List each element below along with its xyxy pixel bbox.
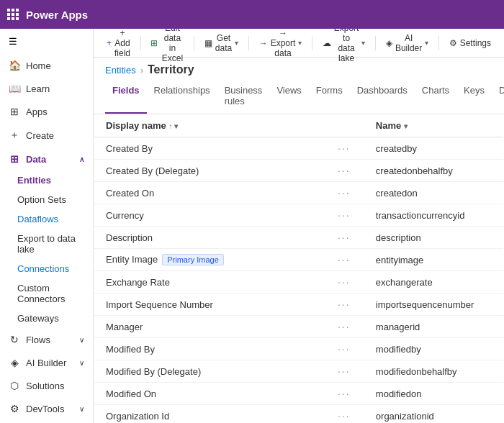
row-actions[interactable]: ··· <box>324 316 364 338</box>
field-name: exchangerate <box>364 271 503 294</box>
svg-rect-3 <box>7 13 10 16</box>
sidebar-label-devtools: DevTools <box>26 404 64 414</box>
col-display-name[interactable]: Display name ↑ ▾ <box>94 114 324 137</box>
svg-rect-7 <box>12 17 14 20</box>
sidebar-item-data[interactable]: ⊞ Data ∧ <box>0 147 93 170</box>
table-row: Created On···createdon <box>94 182 503 204</box>
row-actions[interactable]: ··· <box>324 271 364 294</box>
sidebar-item-solutions[interactable]: ⬡ Solutions <box>0 374 93 397</box>
solutions-icon: ⬡ <box>9 380 20 391</box>
add-field-button[interactable]: + + Add field <box>101 29 136 61</box>
sidebar-sub-option-sets[interactable]: Option Sets <box>0 190 93 209</box>
name-header: Name <box>376 120 401 131</box>
field-display-name: Modified By <box>94 338 324 360</box>
svg-rect-2 <box>16 9 19 12</box>
get-data-label: Get data <box>215 33 232 53</box>
toolbar: + + Add field ⊞ Edit data in Excel ▦ Get… <box>94 29 504 58</box>
add-icon: + <box>107 38 112 48</box>
row-actions[interactable]: ··· <box>324 227 364 249</box>
table-row: Created By (Delegate)···createdonbehalfb… <box>94 160 503 182</box>
field-display-name: Created By (Delegate) <box>94 160 324 182</box>
tab-views[interactable]: Views <box>269 79 308 114</box>
svg-rect-8 <box>16 17 19 20</box>
table-row: Description···description <box>94 227 503 249</box>
sidebar-item-devtools[interactable]: ⚙ DevTools ∨ <box>0 397 93 420</box>
row-actions[interactable]: ··· <box>324 137 364 160</box>
table-row: Entity ImagePrimary Image···entityimage <box>94 249 503 271</box>
sidebar-item-home[interactable]: 🏠 Home <box>0 54 93 77</box>
field-name: modifiedonbehalfby <box>364 360 503 383</box>
sidebar-sub-custom-connectors[interactable]: Custom Connectors <box>0 278 93 309</box>
sidebar-sub-entities[interactable]: Entities <box>0 170 93 190</box>
row-actions[interactable]: ··· <box>324 405 364 424</box>
field-name: modifiedby <box>364 338 503 360</box>
row-actions[interactable]: ··· <box>324 249 364 271</box>
get-data-button[interactable]: ▦ Get data ▾ <box>199 30 244 56</box>
svg-rect-0 <box>7 9 10 12</box>
sidebar-label-solutions: Solutions <box>26 381 64 391</box>
export-data-button[interactable]: → → Export data ▾ <box>253 29 308 61</box>
export-data-icon: → <box>259 38 268 48</box>
table-row: Import Sequence Number···importsequencen… <box>94 294 503 316</box>
row-actions[interactable]: ··· <box>324 182 364 204</box>
chevron-up-icon: ∧ <box>79 155 84 163</box>
app-title: Power Apps <box>26 9 88 21</box>
row-actions[interactable]: ··· <box>324 383 364 405</box>
ai-builder-label: AI Builder <box>395 33 422 53</box>
flows-icon: ↻ <box>9 334 20 345</box>
field-name: organizationid <box>364 405 503 424</box>
sidebar-item-ai-builder[interactable]: ◈ AI Builder ∨ <box>0 351 93 374</box>
sidebar-item-flows[interactable]: ↻ Flows ∨ <box>0 328 93 351</box>
top-bar: Power Apps <box>0 0 504 29</box>
col-name[interactable]: Name ▾ <box>364 114 503 137</box>
field-name: createdon <box>364 182 503 204</box>
field-name: managerid <box>364 316 503 338</box>
tab-forms[interactable]: Forms <box>309 79 350 114</box>
row-actions[interactable]: ··· <box>324 360 364 383</box>
tab-keys[interactable]: Keys <box>456 79 492 114</box>
table-row: Organization Id···organizationid <box>94 405 503 424</box>
row-actions[interactable]: ··· <box>324 160 364 182</box>
table-row: Modified On···modifiedon <box>94 383 503 405</box>
row-actions[interactable]: ··· <box>324 204 364 227</box>
tab-charts[interactable]: Charts <box>415 79 456 114</box>
page-header: Entities › Territory <box>94 58 504 79</box>
row-actions[interactable]: ··· <box>324 294 364 316</box>
tab-data[interactable]: Data <box>492 79 504 114</box>
ai-builder-toolbar-icon: ◈ <box>386 38 392 48</box>
settings-label: Settings <box>460 38 491 48</box>
sidebar-sub-gateways[interactable]: Gateways <box>0 309 93 328</box>
hamburger-icon[interactable]: ☰ <box>0 29 93 54</box>
tab-dashboards[interactable]: Dashboards <box>350 79 415 114</box>
sort-icon: ↑ ▾ <box>168 122 178 130</box>
create-icon: ＋ <box>9 129 20 142</box>
sidebar-sub-dataflows[interactable]: Dataflows <box>0 209 93 229</box>
sidebar-item-apps[interactable]: ⊞ Apps <box>0 100 93 123</box>
field-name: createdonbehalfby <box>364 160 503 182</box>
settings-button[interactable]: ⚙ Settings <box>444 35 497 51</box>
tab-relationships[interactable]: Relationships <box>147 79 217 114</box>
svg-rect-6 <box>7 17 10 20</box>
ai-builder-dropdown-icon: ▾ <box>425 39 428 47</box>
ai-builder-button[interactable]: ◈ AI Builder ▾ <box>380 30 434 56</box>
sidebar: ☰ 🏠 Home 📖 Learn ⊞ Apps ＋ Create ⊞ Data … <box>0 29 94 423</box>
tab-fields[interactable]: Fields <box>105 79 147 114</box>
col-actions <box>324 114 364 137</box>
sidebar-sub-connections[interactable]: Connections <box>0 259 93 278</box>
chevron-down-flows-icon: ∨ <box>79 336 84 344</box>
field-name: transactioncurrencyid <box>364 204 503 227</box>
svg-rect-1 <box>12 9 14 12</box>
sidebar-item-graphql[interactable]: ◇ GraphQLTools ∨ <box>0 420 93 423</box>
field-display-name: Currency <box>94 204 324 227</box>
grid-icon[interactable] <box>7 9 19 20</box>
sidebar-label-learn: Learn <box>26 83 50 94</box>
sidebar-item-learn[interactable]: 📖 Learn <box>0 77 93 100</box>
field-display-name: Modified By (Delegate) <box>94 360 324 383</box>
sidebar-sub-export[interactable]: Export to data lake <box>0 229 93 259</box>
field-display-name: Entity ImagePrimary Image <box>94 249 324 271</box>
breadcrumb-entities[interactable]: Entities <box>105 65 136 76</box>
sidebar-item-create[interactable]: ＋ Create <box>0 123 93 147</box>
tab-business-rules[interactable]: Business rules <box>217 79 270 114</box>
excel-icon: ⊞ <box>150 38 158 48</box>
row-actions[interactable]: ··· <box>324 338 364 360</box>
